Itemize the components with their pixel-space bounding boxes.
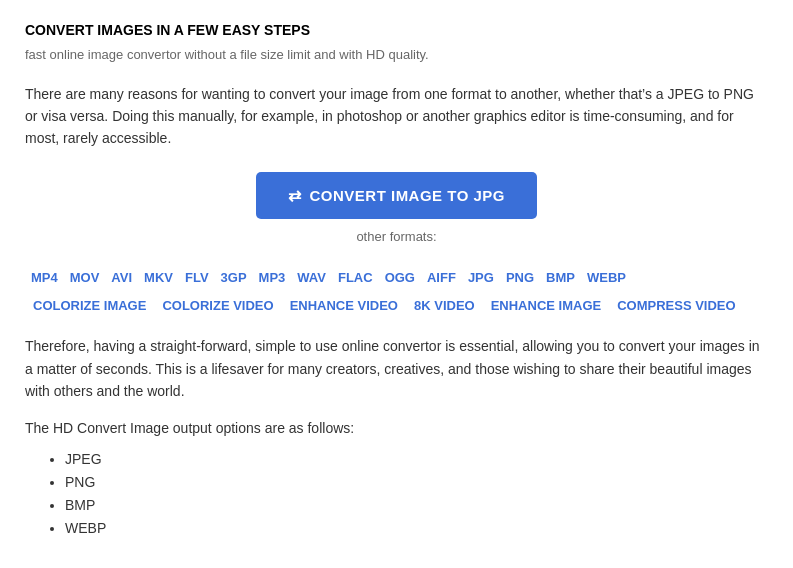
output-list-item: WEBP xyxy=(65,518,768,539)
output-title: The HD Convert Image output options are … xyxy=(25,418,768,439)
feature-link-compress-video[interactable]: COMPRESS VIDEO xyxy=(609,294,743,318)
format-link-mkv[interactable]: MKV xyxy=(138,266,179,290)
format-link-mp3[interactable]: MP3 xyxy=(253,266,292,290)
subtitle: fast online image convertor without a fi… xyxy=(25,45,768,65)
page-title: CONVERT IMAGES IN A FEW EASY STEPS xyxy=(25,20,768,41)
format-link-aiff[interactable]: AIFF xyxy=(421,266,462,290)
description-text: There are many reasons for wanting to co… xyxy=(25,83,768,150)
format-link-wav[interactable]: WAV xyxy=(291,266,332,290)
feature-link-colorize-video[interactable]: COLORIZE VIDEO xyxy=(154,294,281,318)
feature-link-8k-video[interactable]: 8K VIDEO xyxy=(406,294,483,318)
format-link-bmp[interactable]: BMP xyxy=(540,266,581,290)
convert-button-label: CONVERT IMAGE TO JPG xyxy=(309,187,505,204)
format-link-mp4[interactable]: MP4 xyxy=(25,266,64,290)
feature-link-enhance-image[interactable]: ENHANCE IMAGE xyxy=(483,294,610,318)
format-link-mov[interactable]: MOV xyxy=(64,266,106,290)
format-link-png[interactable]: PNG xyxy=(500,266,540,290)
format-link-webp[interactable]: WEBP xyxy=(581,266,632,290)
format-link-flac[interactable]: FLAC xyxy=(332,266,379,290)
convert-button[interactable]: ⇄ CONVERT IMAGE TO JPG xyxy=(256,172,537,219)
convert-icon: ⇄ xyxy=(288,186,302,205)
output-list-item: JPEG xyxy=(65,449,768,470)
convert-section: ⇄ CONVERT IMAGE TO JPG other formats: xyxy=(25,172,768,255)
other-formats-label: other formats: xyxy=(356,227,436,247)
feature-links-row: COLORIZE IMAGECOLORIZE VIDEOENHANCE VIDE… xyxy=(25,294,768,318)
format-link-flv[interactable]: FLV xyxy=(179,266,215,290)
format-link-avi[interactable]: AVI xyxy=(105,266,138,290)
format-link-ogg[interactable]: OGG xyxy=(379,266,421,290)
format-link-3gp[interactable]: 3GP xyxy=(215,266,253,290)
output-list: JPEGPNGBMPWEBP xyxy=(25,449,768,539)
body-text: Therefore, having a straight-forward, si… xyxy=(25,335,768,402)
feature-link-colorize-image[interactable]: COLORIZE IMAGE xyxy=(25,294,154,318)
feature-link-enhance-video[interactable]: ENHANCE VIDEO xyxy=(282,294,406,318)
output-list-item: BMP xyxy=(65,495,768,516)
format-links-row: MP4MOVAVIMKVFLV3GPMP3WAVFLACOGGAIFFJPGPN… xyxy=(25,266,768,290)
output-list-item: PNG xyxy=(65,472,768,493)
format-link-jpg[interactable]: JPG xyxy=(462,266,500,290)
